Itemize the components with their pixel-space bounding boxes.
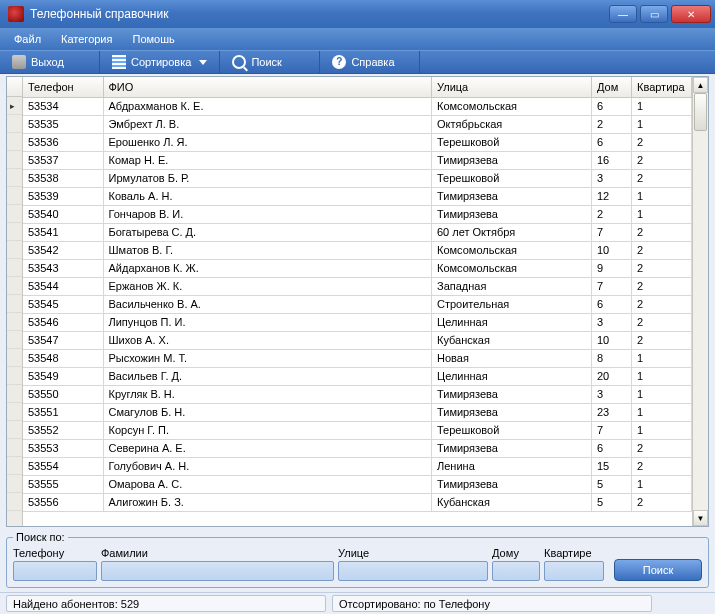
cell-fio: Ирмулатов Б. Р. — [103, 169, 432, 187]
table-row[interactable]: 53542Шматов В. Г.Комсомольская102 — [23, 241, 692, 259]
search-phone-input[interactable] — [13, 561, 97, 581]
sort-button[interactable]: Сортировка — [100, 51, 220, 73]
gutter-cell — [7, 205, 22, 223]
cell-flat: 2 — [632, 223, 692, 241]
table-row[interactable]: 53545Васильченко В. А.Строительная62 — [23, 295, 692, 313]
cell-phone: 53549 — [23, 367, 103, 385]
table-row[interactable]: 53547Шихов А. Х.Кубанская102 — [23, 331, 692, 349]
table-row[interactable]: 53553Северина А. Е.Тимирязева62 — [23, 439, 692, 457]
search-house-input[interactable] — [492, 561, 540, 581]
cell-house: 10 — [592, 331, 632, 349]
cell-fio: Ержанов Ж. К. — [103, 277, 432, 295]
cell-fio: Омарова А. С. — [103, 475, 432, 493]
cell-house: 7 — [592, 223, 632, 241]
cell-phone: 53550 — [23, 385, 103, 403]
minimize-button[interactable]: — — [609, 5, 637, 23]
table-row[interactable]: 53536Ерошенко Л. Я.Терешковой62 — [23, 133, 692, 151]
search-button[interactable]: Поиск — [220, 51, 320, 73]
cell-phone: 53539 — [23, 187, 103, 205]
gutter-cell — [7, 259, 22, 277]
cell-flat: 1 — [632, 97, 692, 115]
cell-flat: 1 — [632, 115, 692, 133]
gutter-cell — [7, 493, 22, 511]
cell-street: Комсомольская — [432, 259, 592, 277]
table-row[interactable]: 53543Айдарханов К. Ж.Комсомольская92 — [23, 259, 692, 277]
table-row[interactable]: 53544Ержанов Ж. К.Западная72 — [23, 277, 692, 295]
col-flat[interactable]: Квартира — [632, 77, 692, 97]
cell-street: Терешковой — [432, 169, 592, 187]
table-row[interactable]: 53549Васильев Г. Д.Целинная201 — [23, 367, 692, 385]
do-search-button[interactable]: Поиск — [614, 559, 702, 581]
table-row[interactable]: 53535Эмбрехт Л. В.Октябрьская21 — [23, 115, 692, 133]
exit-button[interactable]: Выход — [0, 51, 100, 73]
cell-house: 6 — [592, 439, 632, 457]
search-flat-input[interactable] — [544, 561, 604, 581]
cell-house: 6 — [592, 97, 632, 115]
cell-phone: 53553 — [23, 439, 103, 457]
search-street-input[interactable] — [338, 561, 488, 581]
exit-label: Выход — [31, 56, 64, 68]
cell-phone: 53541 — [23, 223, 103, 241]
table-row[interactable]: 53541Богатырева С. Д.60 лет Октября72 — [23, 223, 692, 241]
table-area: Телефон ФИО Улица Дом Квартира 53534Абдр… — [23, 77, 692, 526]
menu-category[interactable]: Категория — [53, 31, 120, 47]
col-phone[interactable]: Телефон — [23, 77, 103, 97]
cell-house: 2 — [592, 115, 632, 133]
cell-phone: 53552 — [23, 421, 103, 439]
table-row[interactable]: 53534Абдрахманов К. Е.Комсомольская61 — [23, 97, 692, 115]
search-surname-input[interactable] — [101, 561, 334, 581]
gutter-cell — [7, 313, 22, 331]
table-row[interactable]: 53546Липунцов П. И.Целинная32 — [23, 313, 692, 331]
vertical-scrollbar[interactable]: ▲ ▼ — [692, 77, 708, 526]
table-row[interactable]: 53555Омарова А. С.Тимирязева51 — [23, 475, 692, 493]
table-row[interactable]: 53556Алигожин Б. З.Кубанская52 — [23, 493, 692, 511]
cell-street: Целинная — [432, 313, 592, 331]
scroll-thumb[interactable] — [694, 93, 707, 131]
close-button[interactable]: ✕ — [671, 5, 711, 23]
cell-flat: 1 — [632, 475, 692, 493]
cell-flat: 2 — [632, 331, 692, 349]
window-title: Телефонный справочник — [30, 7, 609, 21]
help-icon: ? — [332, 55, 346, 69]
table-row[interactable]: 53540Гончаров В. И.Тимирязева21 — [23, 205, 692, 223]
cell-street: Тимирязева — [432, 187, 592, 205]
statusbar: Найдено абонентов: 529 Отсортировано: по… — [0, 592, 715, 614]
help-button[interactable]: ? Справка — [320, 51, 420, 73]
cell-street: Терешковой — [432, 133, 592, 151]
cell-street: Тимирязева — [432, 439, 592, 457]
col-street[interactable]: Улица — [432, 77, 592, 97]
gutter-header — [7, 77, 22, 97]
cell-street: Терешковой — [432, 421, 592, 439]
table-row[interactable]: 53550Кругляк В. Н.Тимирязева31 — [23, 385, 692, 403]
cell-fio: Богатырева С. Д. — [103, 223, 432, 241]
scroll-up-button[interactable]: ▲ — [693, 77, 708, 93]
cell-fio: Коваль А. Н. — [103, 187, 432, 205]
table-row[interactable]: 53554Голубович А. Н.Ленина152 — [23, 457, 692, 475]
scroll-down-button[interactable]: ▼ — [693, 510, 708, 526]
cell-fio: Шматов В. Г. — [103, 241, 432, 259]
cell-phone: 53546 — [23, 313, 103, 331]
cell-fio: Айдарханов К. Ж. — [103, 259, 432, 277]
cell-phone: 53556 — [23, 493, 103, 511]
cell-street: Октябрьская — [432, 115, 592, 133]
table-row[interactable]: 53537Комар Н. Е.Тимирязева162 — [23, 151, 692, 169]
maximize-button[interactable]: ▭ — [640, 5, 668, 23]
table-row[interactable]: 53548Рысхожин М. Т.Новая81 — [23, 349, 692, 367]
table-row[interactable]: 53552Корсун Г. П.Терешковой71 — [23, 421, 692, 439]
sort-label: Сортировка — [131, 56, 191, 68]
cell-fio: Липунцов П. И. — [103, 313, 432, 331]
table-row[interactable]: 53538Ирмулатов Б. Р.Терешковой32 — [23, 169, 692, 187]
gutter-cell — [7, 421, 22, 439]
col-fio[interactable]: ФИО — [103, 77, 432, 97]
menu-file[interactable]: Файл — [6, 31, 49, 47]
scroll-track[interactable] — [693, 93, 708, 510]
col-house[interactable]: Дом — [592, 77, 632, 97]
table-row[interactable]: 53539Коваль А. Н.Тимирязева121 — [23, 187, 692, 205]
cell-street: 60 лет Октября — [432, 223, 592, 241]
table-row[interactable]: 53551Смагулов Б. Н.Тимирязева231 — [23, 403, 692, 421]
gutter-cell — [7, 457, 22, 475]
gutter-cell — [7, 277, 22, 295]
cell-fio: Голубович А. Н. — [103, 457, 432, 475]
menu-help[interactable]: Помошь — [124, 31, 182, 47]
cell-house: 3 — [592, 169, 632, 187]
